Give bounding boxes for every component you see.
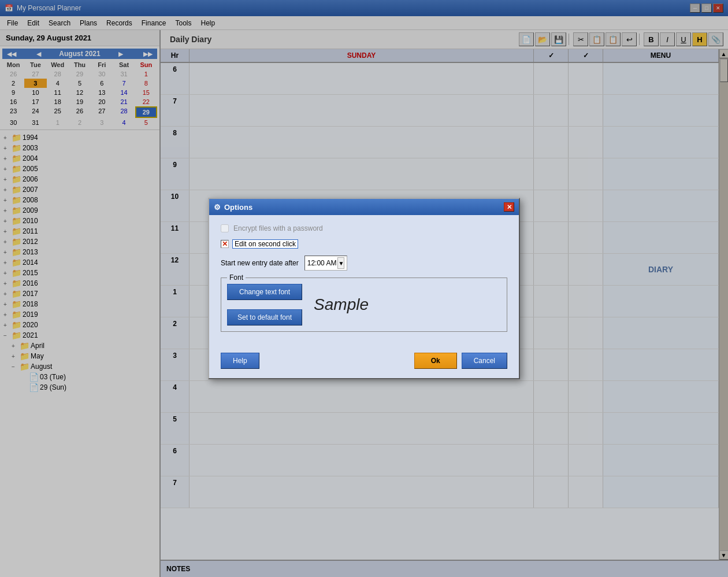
start-entry-label: Start new entry date after <box>221 259 299 267</box>
dialog-overlay: ⚙ Options ✕ Encrypt files with a passwor… <box>0 0 728 577</box>
font-group: Font Change text font Set to default fon… <box>221 278 507 332</box>
dialog-body: Encrypt files with a password ✕ Edit on … <box>209 215 519 348</box>
ok-button[interactable]: Ok <box>414 353 457 369</box>
help-button[interactable]: Help <box>221 353 259 369</box>
change-font-button[interactable]: Change text font <box>227 284 302 300</box>
font-group-label: Font <box>227 273 246 282</box>
dialog-title-bar: ⚙ Options ✕ <box>209 199 519 215</box>
encrypt-checkbox[interactable] <box>221 224 229 232</box>
cancel-button[interactable]: Cancel <box>462 353 507 369</box>
time-select[interactable]: 12:00 AM ▼ <box>304 256 348 271</box>
edit-click-checkbox[interactable]: ✕ <box>221 240 229 248</box>
font-sample: Sample <box>314 295 369 314</box>
dialog-close-button[interactable]: ✕ <box>504 202 514 212</box>
edit-click-row: ✕ Edit on second click <box>221 239 507 249</box>
font-buttons: Change text font Set to default font <box>227 284 302 326</box>
dialog-title-left: ⚙ Options <box>214 203 252 212</box>
font-content: Change text font Set to default font Sam… <box>227 284 501 326</box>
set-default-font-button[interactable]: Set to default font <box>227 309 302 326</box>
time-dropdown-arrow[interactable]: ▼ <box>337 257 344 269</box>
edit-click-check-mark: ✕ <box>222 240 228 248</box>
dialog-footer-right: Ok Cancel <box>414 353 507 369</box>
dialog-footer: Help Ok Cancel <box>209 348 519 378</box>
dialog-icon: ⚙ <box>214 203 221 212</box>
time-value: 12:00 AM <box>307 259 337 267</box>
dialog-title-text: Options <box>224 203 252 212</box>
encrypt-label: Encrypt files with a password <box>233 224 323 232</box>
encrypt-row: Encrypt files with a password <box>221 224 507 232</box>
edit-click-label: Edit on second click <box>232 239 298 249</box>
options-dialog: ⚙ Options ✕ Encrypt files with a passwor… <box>208 198 520 379</box>
start-entry-row: Start new entry date after 12:00 AM ▼ <box>221 256 507 271</box>
edit-click-inner: ✕ Edit on second click <box>221 239 298 249</box>
